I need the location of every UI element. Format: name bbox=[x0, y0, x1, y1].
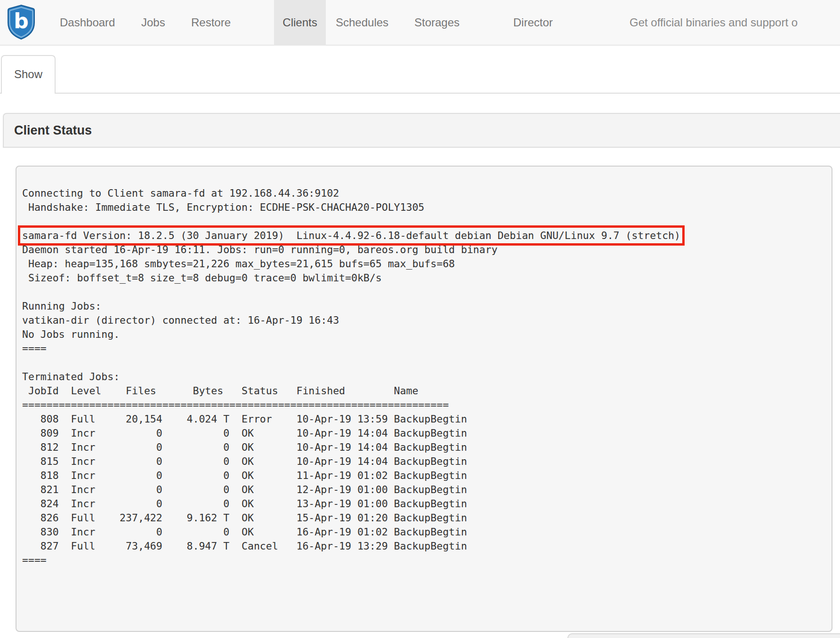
nav-item-director[interactable]: Director bbox=[513, 0, 553, 45]
top-navbar: b Dashboard Jobs Restore Clients Schedul… bbox=[0, 0, 840, 46]
nav-item-restore[interactable]: Restore bbox=[191, 0, 231, 45]
nav-item-dashboard[interactable]: Dashboard bbox=[60, 0, 115, 45]
cutoff-panel-sliver bbox=[567, 633, 840, 638]
page-title: Client Status bbox=[4, 114, 840, 147]
console-status-lines: Daemon started 16-Apr-19 16:11. Jobs: ru… bbox=[22, 244, 498, 566]
nav-item-schedules[interactable]: Schedules bbox=[336, 0, 388, 45]
console-connect-lines: Connecting to Client samara-fd at 192.16… bbox=[22, 187, 424, 213]
nav-item-jobs[interactable]: Jobs bbox=[141, 0, 165, 45]
tab-show[interactable]: Show bbox=[1, 55, 56, 94]
bareos-shield-icon: b bbox=[6, 33, 36, 41]
nav-item-clients-active[interactable]: Clients bbox=[274, 0, 326, 45]
console-output: Connecting to Client samara-fd at 192.16… bbox=[16, 167, 832, 572]
section-heading: Client Status bbox=[3, 113, 840, 148]
nav-item-storages[interactable]: Storages bbox=[414, 0, 460, 45]
support-link[interactable]: Get official binaries and support o bbox=[630, 0, 798, 45]
svg-text:b: b bbox=[14, 9, 29, 33]
client-status-console-panel: Connecting to Client samara-fd at 192.16… bbox=[16, 166, 832, 632]
bareos-logo[interactable]: b bbox=[6, 4, 36, 40]
tab-bar-divider bbox=[0, 93, 840, 94]
version-line-highlight: samara-fd Version: 18.2.5 (30 January 20… bbox=[22, 230, 680, 241]
